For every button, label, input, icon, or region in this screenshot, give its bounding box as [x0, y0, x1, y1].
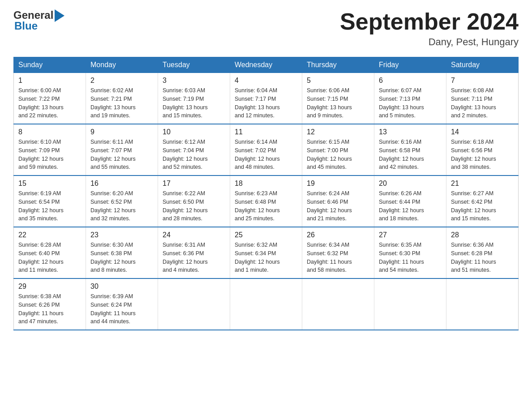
day-number: 1 [18, 77, 81, 85]
day-info: Sunrise: 6:35 AM Sunset: 6:30 PM Dayligh… [379, 241, 442, 274]
day-info: Sunrise: 6:30 AM Sunset: 6:38 PM Dayligh… [90, 241, 153, 274]
day-info: Sunrise: 6:36 AM Sunset: 6:28 PM Dayligh… [451, 241, 514, 274]
calendar-week-row: 15Sunrise: 6:19 AM Sunset: 6:54 PM Dayli… [14, 176, 519, 227]
day-number: 21 [451, 180, 514, 188]
day-number: 25 [235, 231, 297, 239]
day-info: Sunrise: 6:28 AM Sunset: 6:40 PM Dayligh… [18, 241, 81, 274]
day-number: 29 [18, 283, 81, 291]
logo-blue-text: Blue [14, 20, 38, 32]
calendar-header-row: SundayMondayTuesdayWednesdayThursdayFrid… [14, 57, 519, 73]
calendar-cell: 7Sunrise: 6:08 AM Sunset: 7:11 PM Daylig… [446, 73, 519, 124]
calendar-week-row: 29Sunrise: 6:38 AM Sunset: 6:26 PM Dayli… [14, 278, 519, 330]
day-info: Sunrise: 6:16 AM Sunset: 6:58 PM Dayligh… [379, 138, 442, 171]
day-info: Sunrise: 6:19 AM Sunset: 6:54 PM Dayligh… [18, 189, 81, 223]
day-info: Sunrise: 6:08 AM Sunset: 7:11 PM Dayligh… [451, 86, 514, 120]
day-number: 17 [163, 180, 225, 188]
day-info: Sunrise: 6:03 AM Sunset: 7:19 PM Dayligh… [163, 86, 225, 120]
calendar-cell: 14Sunrise: 6:18 AM Sunset: 6:56 PM Dayli… [446, 124, 519, 176]
location: Dany, Pest, Hungary [340, 36, 519, 48]
day-number: 22 [18, 231, 81, 239]
day-info: Sunrise: 6:22 AM Sunset: 6:50 PM Dayligh… [163, 189, 225, 223]
calendar-cell: 30Sunrise: 6:39 AM Sunset: 6:24 PM Dayli… [86, 278, 158, 330]
day-info: Sunrise: 6:32 AM Sunset: 6:34 PM Dayligh… [235, 241, 297, 274]
col-header-wednesday: Wednesday [230, 57, 302, 73]
calendar-cell: 8Sunrise: 6:10 AM Sunset: 7:09 PM Daylig… [14, 124, 86, 176]
calendar-cell: 2Sunrise: 6:02 AM Sunset: 7:21 PM Daylig… [86, 73, 158, 124]
day-number: 5 [307, 77, 369, 85]
day-info: Sunrise: 6:14 AM Sunset: 7:02 PM Dayligh… [235, 138, 297, 171]
calendar-week-row: 22Sunrise: 6:28 AM Sunset: 6:40 PM Dayli… [14, 227, 519, 278]
calendar-cell: 10Sunrise: 6:12 AM Sunset: 7:04 PM Dayli… [158, 124, 230, 176]
calendar-cell: 11Sunrise: 6:14 AM Sunset: 7:02 PM Dayli… [230, 124, 302, 176]
day-info: Sunrise: 6:34 AM Sunset: 6:32 PM Dayligh… [307, 241, 369, 274]
calendar-cell: 21Sunrise: 6:27 AM Sunset: 6:42 PM Dayli… [446, 176, 519, 227]
day-number: 12 [307, 128, 369, 136]
day-number: 23 [90, 231, 153, 239]
day-number: 8 [18, 128, 81, 136]
calendar-cell: 29Sunrise: 6:38 AM Sunset: 6:26 PM Dayli… [14, 278, 86, 330]
day-number: 9 [90, 128, 153, 136]
col-header-monday: Monday [86, 57, 158, 73]
day-number: 4 [235, 77, 297, 85]
calendar-cell: 23Sunrise: 6:30 AM Sunset: 6:38 PM Dayli… [86, 227, 158, 278]
calendar-cell: 12Sunrise: 6:15 AM Sunset: 7:00 PM Dayli… [302, 124, 374, 176]
day-number: 2 [90, 77, 153, 85]
day-number: 10 [163, 128, 225, 136]
col-header-sunday: Sunday [14, 57, 86, 73]
day-number: 28 [451, 231, 514, 239]
logo-arrow-icon [55, 9, 64, 22]
calendar-cell: 9Sunrise: 6:11 AM Sunset: 7:07 PM Daylig… [86, 124, 158, 176]
calendar-cell [446, 278, 519, 330]
day-number: 3 [163, 77, 225, 85]
day-number: 7 [451, 77, 514, 85]
calendar-cell [158, 278, 230, 330]
day-info: Sunrise: 6:04 AM Sunset: 7:17 PM Dayligh… [235, 86, 297, 120]
day-info: Sunrise: 6:26 AM Sunset: 6:44 PM Dayligh… [379, 189, 442, 223]
col-header-friday: Friday [374, 57, 446, 73]
calendar-cell: 13Sunrise: 6:16 AM Sunset: 6:58 PM Dayli… [374, 124, 446, 176]
day-info: Sunrise: 6:02 AM Sunset: 7:21 PM Dayligh… [90, 86, 153, 120]
day-info: Sunrise: 6:31 AM Sunset: 6:36 PM Dayligh… [163, 241, 225, 274]
calendar-cell [230, 278, 302, 330]
day-number: 6 [379, 77, 442, 85]
day-info: Sunrise: 6:00 AM Sunset: 7:22 PM Dayligh… [18, 86, 81, 120]
day-info: Sunrise: 6:38 AM Sunset: 6:26 PM Dayligh… [18, 292, 81, 326]
calendar-cell: 1Sunrise: 6:00 AM Sunset: 7:22 PM Daylig… [14, 73, 86, 124]
calendar-cell: 26Sunrise: 6:34 AM Sunset: 6:32 PM Dayli… [302, 227, 374, 278]
calendar-cell: 25Sunrise: 6:32 AM Sunset: 6:34 PM Dayli… [230, 227, 302, 278]
day-info: Sunrise: 6:23 AM Sunset: 6:48 PM Dayligh… [235, 189, 297, 223]
calendar-cell: 4Sunrise: 6:04 AM Sunset: 7:17 PM Daylig… [230, 73, 302, 124]
calendar-week-row: 1Sunrise: 6:00 AM Sunset: 7:22 PM Daylig… [14, 73, 519, 124]
day-info: Sunrise: 6:06 AM Sunset: 7:15 PM Dayligh… [307, 86, 369, 120]
calendar-cell: 22Sunrise: 6:28 AM Sunset: 6:40 PM Dayli… [14, 227, 86, 278]
month-title: September 2024 [340, 9, 519, 34]
col-header-thursday: Thursday [302, 57, 374, 73]
calendar-table: SundayMondayTuesdayWednesdayThursdayFrid… [13, 57, 519, 330]
day-info: Sunrise: 6:11 AM Sunset: 7:07 PM Dayligh… [90, 138, 153, 171]
page-header: General Blue September 2024 Dany, Pest, … [13, 9, 519, 48]
day-info: Sunrise: 6:39 AM Sunset: 6:24 PM Dayligh… [90, 292, 153, 326]
day-number: 24 [163, 231, 225, 239]
calendar-cell: 28Sunrise: 6:36 AM Sunset: 6:28 PM Dayli… [446, 227, 519, 278]
col-header-tuesday: Tuesday [158, 57, 230, 73]
logo: General Blue [13, 9, 64, 32]
day-number: 20 [379, 180, 442, 188]
calendar-cell: 20Sunrise: 6:26 AM Sunset: 6:44 PM Dayli… [374, 176, 446, 227]
day-number: 15 [18, 180, 81, 188]
calendar-cell: 3Sunrise: 6:03 AM Sunset: 7:19 PM Daylig… [158, 73, 230, 124]
day-info: Sunrise: 6:24 AM Sunset: 6:46 PM Dayligh… [307, 189, 369, 223]
day-info: Sunrise: 6:12 AM Sunset: 7:04 PM Dayligh… [163, 138, 225, 171]
calendar-cell: 5Sunrise: 6:06 AM Sunset: 7:15 PM Daylig… [302, 73, 374, 124]
calendar-cell [374, 278, 446, 330]
day-info: Sunrise: 6:27 AM Sunset: 6:42 PM Dayligh… [451, 189, 514, 223]
calendar-cell: 18Sunrise: 6:23 AM Sunset: 6:48 PM Dayli… [230, 176, 302, 227]
day-number: 11 [235, 128, 297, 136]
day-info: Sunrise: 6:10 AM Sunset: 7:09 PM Dayligh… [18, 138, 81, 171]
calendar-cell: 17Sunrise: 6:22 AM Sunset: 6:50 PM Dayli… [158, 176, 230, 227]
day-number: 14 [451, 128, 514, 136]
day-info: Sunrise: 6:07 AM Sunset: 7:13 PM Dayligh… [379, 86, 442, 120]
day-number: 18 [235, 180, 297, 188]
day-number: 27 [379, 231, 442, 239]
calendar-cell: 16Sunrise: 6:20 AM Sunset: 6:52 PM Dayli… [86, 176, 158, 227]
day-info: Sunrise: 6:15 AM Sunset: 7:00 PM Dayligh… [307, 138, 369, 171]
